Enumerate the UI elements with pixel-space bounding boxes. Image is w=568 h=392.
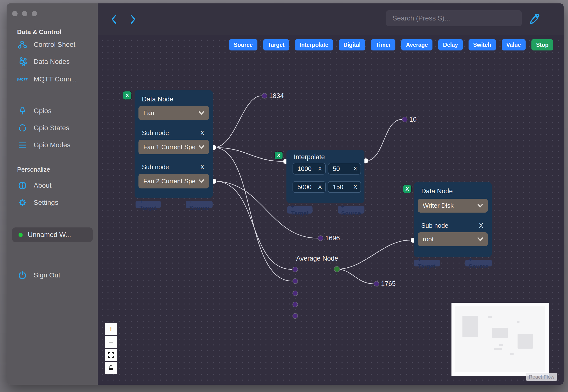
node-data-fan[interactable]: Data Node Fan Sub node X Fan 1 Current S… bbox=[135, 90, 213, 198]
topbar bbox=[98, 3, 564, 35]
fit-view-button[interactable] bbox=[105, 349, 117, 361]
node-average-title[interactable]: Average Node bbox=[288, 255, 346, 262]
add-value-node-button[interactable]: Value bbox=[502, 39, 526, 50]
delete-node-button[interactable]: X bbox=[275, 152, 283, 159]
zoom-in-button[interactable]: + bbox=[105, 323, 117, 335]
delete-node-button[interactable]: X bbox=[403, 185, 411, 193]
forward-icon[interactable] bbox=[128, 14, 137, 24]
workspace-selected[interactable]: Unnamed W... bbox=[12, 227, 93, 242]
add-target-button[interactable]: + Target bbox=[287, 206, 313, 213]
handle-average-target-2[interactable] bbox=[293, 279, 298, 284]
interpolate-cell[interactable]: 150 X bbox=[328, 181, 361, 193]
interpolate-cell[interactable]: 5000 X bbox=[292, 181, 326, 193]
interpolate-cell[interactable]: 1000 X bbox=[292, 163, 326, 175]
zoom-out-button[interactable]: − bbox=[105, 336, 117, 348]
sidebar-item-sign-out[interactable]: Sign Out bbox=[17, 270, 60, 280]
remove-subnode-button[interactable]: X bbox=[200, 129, 206, 137]
sidebar-item-label: Control Sheet bbox=[34, 41, 75, 49]
endpoint-1765[interactable] bbox=[374, 281, 379, 286]
remove-cell-button[interactable]: X bbox=[353, 184, 357, 190]
subnode-select[interactable]: root bbox=[418, 232, 488, 246]
minimize-window-icon[interactable] bbox=[22, 11, 27, 16]
sidebar-item-label: About bbox=[34, 182, 51, 189]
search-input[interactable] bbox=[386, 10, 522, 26]
data-nodes-icon bbox=[17, 56, 28, 67]
back-icon[interactable] bbox=[110, 14, 118, 24]
handle-average-target-5[interactable] bbox=[293, 313, 298, 319]
add-source-button[interactable]: + Source bbox=[338, 206, 364, 213]
edit-pencil-icon[interactable] bbox=[529, 13, 540, 24]
edge-fan2-average[interactable] bbox=[214, 181, 292, 269]
endpoint-10[interactable] bbox=[402, 117, 407, 122]
edge-average-1765[interactable] bbox=[337, 269, 374, 284]
add-interpolate-node-button[interactable]: Interpolate bbox=[295, 39, 333, 50]
sidebar-item-label: Sign Out bbox=[34, 271, 60, 279]
power-icon bbox=[17, 270, 28, 280]
remove-cell-button[interactable]: X bbox=[318, 184, 322, 190]
edge-fan1-average[interactable] bbox=[214, 147, 292, 281]
add-delay-node-button[interactable]: Delay bbox=[438, 39, 462, 50]
minimap-node bbox=[499, 344, 503, 346]
subnode-select[interactable]: Fan 1 Current Spe bbox=[139, 140, 209, 154]
subnode-select[interactable]: Fan 2 Current Spe bbox=[139, 174, 209, 188]
sidebar-item-label: Data Nodes bbox=[34, 58, 70, 66]
add-timer-node-button[interactable]: Timer bbox=[371, 39, 395, 50]
remove-cell-button[interactable]: X bbox=[318, 166, 322, 172]
remove-subnode-button[interactable]: X bbox=[479, 222, 485, 229]
endpoint-1834[interactable] bbox=[262, 93, 267, 98]
handle-average-target-4[interactable] bbox=[293, 302, 298, 307]
interpolate-cell[interactable]: 50 X bbox=[328, 163, 361, 175]
edge-value-label: 10 bbox=[409, 116, 417, 123]
node-interpolate[interactable]: Interpolate 1000 X 50 X 5000 X 150 X bbox=[286, 150, 364, 203]
flow-canvas[interactable]: Source Target Interpolate Digital Timer … bbox=[98, 35, 564, 385]
workspace-status-dot bbox=[18, 233, 23, 237]
sidebar-item-gpio-states[interactable]: Gpio States bbox=[17, 123, 69, 133]
sidebar-item-control-sheet[interactable]: Control Sheet bbox=[17, 39, 75, 50]
sidebar-item-label: Gpio States bbox=[34, 124, 69, 132]
minimap-viewport bbox=[455, 307, 545, 372]
edge-fan1-1834[interactable] bbox=[214, 96, 262, 147]
sidebar-item-gpio-modes[interactable]: Gpio Modes bbox=[17, 140, 70, 150]
sidebar-item-settings[interactable]: Settings bbox=[17, 197, 58, 208]
window-controls bbox=[12, 11, 37, 16]
maximize-window-icon[interactable] bbox=[32, 11, 37, 16]
stop-button[interactable]: Stop bbox=[531, 39, 553, 50]
endpoint-1696[interactable] bbox=[318, 236, 323, 241]
minimap-node bbox=[510, 353, 514, 355]
edge-interpolate-10[interactable] bbox=[366, 119, 402, 161]
react-flow-attribution[interactable]: React Flow bbox=[526, 373, 557, 381]
node-type-select[interactable]: Fan bbox=[139, 106, 209, 120]
add-source-button[interactable]: + Source bbox=[186, 201, 213, 208]
handle-average-target-3[interactable] bbox=[293, 291, 298, 296]
app-window: Data & Control Control Sheet Data Nodes … bbox=[7, 3, 564, 385]
sidebar-item-about[interactable]: About bbox=[17, 180, 51, 191]
lock-button[interactable] bbox=[105, 362, 117, 374]
edge-average-writer[interactable] bbox=[337, 240, 410, 269]
remove-subnode-button[interactable]: X bbox=[200, 164, 206, 171]
sidebar-item-label: MQTT Conn... bbox=[34, 75, 77, 83]
sidebar-item-mqtt[interactable]: MQTT MQTT Conn... bbox=[17, 74, 77, 84]
handle-average-target-1[interactable] bbox=[293, 267, 298, 272]
add-source-node-button[interactable]: Source bbox=[229, 39, 257, 50]
sidebar-item-data-nodes[interactable]: Data Nodes bbox=[17, 56, 70, 67]
add-digital-node-button[interactable]: Digital bbox=[339, 39, 365, 50]
node-title: Data Node bbox=[142, 96, 173, 103]
remove-cell-button[interactable]: X bbox=[353, 166, 357, 172]
sidebar-item-gpios[interactable]: Gpios bbox=[17, 106, 51, 116]
add-target-button[interactable]: + Target bbox=[414, 260, 440, 266]
subnode-label: Sub node bbox=[142, 163, 169, 171]
sidebar-item-label: Gpio Modes bbox=[34, 141, 70, 149]
add-source-button[interactable]: + Source bbox=[465, 260, 492, 266]
add-average-node-button[interactable]: Average bbox=[401, 39, 432, 50]
node-type-select[interactable]: Writer Disk bbox=[418, 199, 488, 212]
sidebar-section-data-control: Data & Control bbox=[17, 28, 61, 36]
add-target-button[interactable]: + Target bbox=[136, 201, 161, 208]
edge-fan1-interpolate[interactable] bbox=[214, 147, 283, 161]
pin-icon bbox=[17, 106, 28, 116]
node-data-writer-disk[interactable]: Data Node Writer Disk Sub node X root bbox=[414, 182, 492, 257]
add-switch-node-button[interactable]: Switch bbox=[469, 39, 496, 50]
add-target-node-button[interactable]: Target bbox=[263, 39, 289, 50]
minimap[interactable] bbox=[451, 303, 549, 376]
close-window-icon[interactable] bbox=[12, 11, 17, 16]
delete-node-button[interactable]: X bbox=[123, 91, 131, 99]
